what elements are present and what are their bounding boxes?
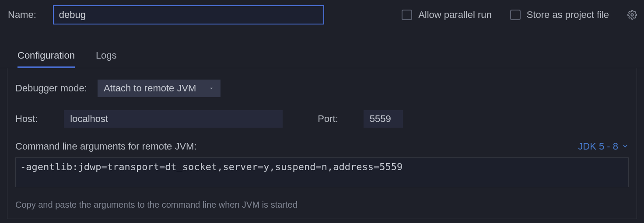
cmdline-args-textarea[interactable] xyxy=(15,157,629,187)
tabs: Configuration Logs xyxy=(0,24,644,68)
host-input[interactable] xyxy=(64,110,283,128)
cmdline-hint: Copy and paste the arguments to the comm… xyxy=(15,200,629,210)
checkbox-icon xyxy=(510,10,521,20)
svg-point-0 xyxy=(631,14,634,16)
host-label: Host: xyxy=(15,113,38,125)
allow-parallel-checkbox[interactable]: Allow parallel run xyxy=(402,9,492,21)
name-label: Name: xyxy=(8,9,36,21)
allow-parallel-label: Allow parallel run xyxy=(418,9,492,21)
chevron-down-icon xyxy=(208,84,214,94)
jdk-version-value: JDK 5 - 8 xyxy=(578,141,618,152)
debugger-mode-label: Debugger mode: xyxy=(15,83,87,94)
port-label: Port: xyxy=(318,113,338,125)
store-project-label: Store as project file xyxy=(527,9,609,21)
store-project-checkbox[interactable]: Store as project file xyxy=(510,9,609,21)
tab-logs[interactable]: Logs xyxy=(96,50,117,68)
chevron-down-icon xyxy=(622,141,629,152)
port-input[interactable] xyxy=(364,110,403,128)
gear-icon[interactable] xyxy=(627,10,637,20)
debugger-mode-value: Attach to remote JVM xyxy=(104,83,196,94)
cmdline-args-label: Command line arguments for remote JVM: xyxy=(15,141,197,152)
checkbox-icon xyxy=(402,10,412,20)
tab-configuration[interactable]: Configuration xyxy=(18,50,75,68)
debugger-mode-select[interactable]: Attach to remote JVM xyxy=(98,80,221,97)
name-input[interactable] xyxy=(53,5,324,24)
jdk-version-select[interactable]: JDK 5 - 8 xyxy=(578,141,629,152)
